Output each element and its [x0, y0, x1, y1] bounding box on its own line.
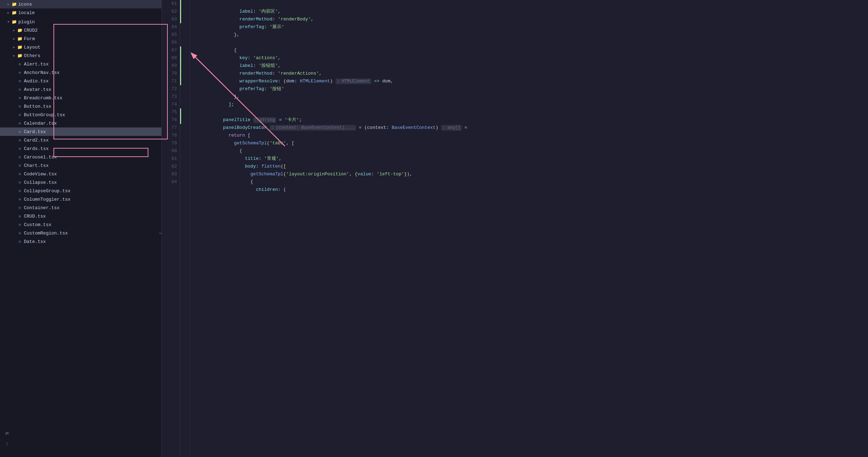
- folder-icon: [11, 10, 17, 15]
- react-component-icon: [17, 120, 23, 126]
- react-component-icon: [17, 205, 23, 211]
- code-line-80: title: '常规',: [196, 147, 862, 155]
- sidebar-item-crud[interactable]: CRUD.tsx: [0, 212, 161, 220]
- sidebar-item-collapse[interactable]: Collapse.tsx: [0, 178, 161, 187]
- react-component-icon: [17, 129, 23, 134]
- sidebar-item-label: Card.tsx: [24, 129, 161, 134]
- react-component-icon: [17, 154, 23, 160]
- react-component-icon: [17, 112, 23, 118]
- react-component-icon: [17, 180, 23, 185]
- git-status-badge: —: [159, 231, 161, 235]
- code-line-82: getSchemaTpl('layout:originPosition', {v…: [196, 163, 862, 170]
- sidebar-item-label: Card2.tsx: [24, 138, 161, 143]
- sidebar-item-audio[interactable]: Audio.tsx: [0, 77, 161, 85]
- react-component-icon: [17, 188, 23, 194]
- sidebar-item-label: CRUD.tsx: [24, 214, 161, 219]
- sidebar-item-button[interactable]: Button.tsx: [0, 102, 161, 111]
- chevron-icon: [11, 44, 17, 50]
- chevron-icon: [6, 1, 11, 7]
- sidebar-item-customregion[interactable]: CustomRegion.tsx —: [0, 229, 161, 237]
- sidebar-item-card[interactable]: Card.tsx: [0, 127, 161, 136]
- sidebar-item-cards[interactable]: Cards.tsx: [0, 144, 161, 153]
- sidebar-item-label: CollapseGroup.tsx: [24, 188, 161, 194]
- code-line-69: renderMethod: 'renderActions',: [196, 62, 862, 70]
- chevron-icon: [11, 27, 17, 33]
- sidebar-item-card2[interactable]: Card2.tsx: [0, 136, 161, 144]
- settings-icon[interactable]: ↑: [3, 440, 11, 449]
- sidebar-item-avatar[interactable]: Avatar.tsx: [0, 85, 161, 94]
- folder-icon: [11, 19, 17, 25]
- chevron-icon: [6, 19, 11, 25]
- react-component-icon: [17, 87, 23, 92]
- sidebar-item-label: Alert.tsx: [24, 62, 161, 67]
- sidebar-item-label: ColumnToggler.tsx: [24, 197, 161, 202]
- code-line-81: body: flatten([: [196, 155, 862, 163]
- sidebar-item-date[interactable]: Date.tsx: [0, 237, 161, 246]
- sidebar-item-carousel[interactable]: Carousel.tsx: [0, 153, 161, 161]
- folder-icon: [17, 53, 23, 58]
- code-area: 61↑ 62↑ 63↑ 64 65 66 67↑ 68↑ 69↑ 70↑ 71↑…: [162, 0, 868, 457]
- sidebar-item-icons[interactable]: icons: [0, 0, 161, 8]
- react-component-icon: [17, 137, 23, 143]
- react-component-icon: [17, 70, 23, 75]
- folder-icon: [17, 44, 23, 50]
- react-component-icon: [17, 146, 23, 151]
- sidebar-item-label: plugin: [18, 19, 161, 25]
- sidebar-item-label: Container.tsx: [24, 205, 161, 211]
- code-line-73: ];: [196, 93, 862, 101]
- react-component-icon: [17, 104, 23, 109]
- react-component-icon: [17, 171, 23, 177]
- sidebar-item-label: Audio.tsx: [24, 79, 161, 84]
- code-line-72: },: [196, 85, 862, 93]
- chevron-icon: [11, 36, 17, 42]
- sidebar-item-label: Layout: [24, 45, 161, 50]
- react-component-icon: [17, 95, 23, 101]
- code-content[interactable]: label: '内容区', renderMethod: 'renderBody'…: [190, 0, 868, 457]
- sidebar-item-label: Carousel.tsx: [24, 155, 161, 160]
- react-component-icon: [17, 222, 23, 227]
- sidebar-item-locale[interactable]: locale: [0, 8, 161, 17]
- line-numbers: 61↑ 62↑ 63↑ 64 65 66 67↑ 68↑ 69↑ 70↑ 71↑…: [162, 0, 180, 457]
- react-component-icon: [17, 213, 23, 219]
- chevron-icon: [11, 53, 17, 58]
- code-line-79: {: [196, 139, 862, 147]
- sidebar-item-label: Chart.tsx: [24, 163, 161, 168]
- react-component-icon: [17, 230, 23, 236]
- react-component-icon: [17, 61, 23, 67]
- sidebar-item-container[interactable]: Container.tsx: [0, 204, 161, 212]
- code-line-74: [196, 101, 862, 108]
- sidebar-item-others[interactable]: Others: [0, 51, 161, 60]
- sidebar-item-label: Calendar.tsx: [24, 121, 161, 126]
- sidebar-item-columntoggler[interactable]: ColumnToggler.tsx: [0, 195, 161, 204]
- file-tree-sidebar: icons locale plugin CRUD2 Form Layout Ot: [0, 0, 162, 457]
- sidebar-item-label: AnchorNav.tsx: [24, 70, 161, 75]
- sidebar-item-label: Breadcrumb.tsx: [24, 95, 161, 101]
- sidebar-item-label: CustomRegion.tsx: [24, 231, 158, 236]
- code-line-64: },: [196, 23, 862, 31]
- sidebar-item-label: Custom.tsx: [24, 222, 161, 227]
- sidebar-item-codeview[interactable]: CodeView.tsx: [0, 170, 161, 178]
- sidebar-item-layout[interactable]: Layout: [0, 43, 161, 51]
- sidebar-item-crud2[interactable]: CRUD2: [0, 26, 161, 35]
- sidebar-item-breadcrumb[interactable]: Breadcrumb.tsx: [0, 94, 161, 102]
- code-line-78: getSchemaTpl('tabs', [: [196, 132, 862, 139]
- code-line-67: key: 'actions',: [196, 46, 862, 54]
- sidebar-item-chart[interactable]: Chart.tsx: [0, 161, 161, 170]
- folder-icon: [17, 36, 23, 42]
- sidebar-item-label: ButtonGroup.tsx: [24, 112, 161, 118]
- sidebar-item-form[interactable]: Form: [0, 35, 161, 43]
- code-line-65: [196, 31, 862, 39]
- sidebar-item-custom[interactable]: Custom.tsx: [0, 220, 161, 229]
- sidebar-item-alert[interactable]: Alert.tsx: [0, 60, 161, 68]
- code-editor: 61↑ 62↑ 63↑ 64 65 66 67↑ 68↑ 69↑ 70↑ 71↑…: [162, 0, 868, 457]
- chevron-icon: [6, 10, 11, 15]
- sidebar-item-collapsegroup[interactable]: CollapseGroup.tsx: [0, 187, 161, 195]
- sidebar-item-anchornav[interactable]: AnchorNav.tsx: [0, 68, 161, 77]
- sidebar-item-buttongroup[interactable]: ButtonGroup.tsx: [0, 111, 161, 119]
- bottom-icons-container: ⇄ ↑: [0, 426, 14, 451]
- sidebar-item-label: Others: [24, 53, 161, 58]
- source-control-icon[interactable]: ⇄: [3, 429, 11, 437]
- sidebar-item-calendar[interactable]: Calendar.tsx: [0, 119, 161, 127]
- react-component-icon: [17, 196, 23, 202]
- sidebar-item-plugin[interactable]: plugin: [0, 18, 161, 26]
